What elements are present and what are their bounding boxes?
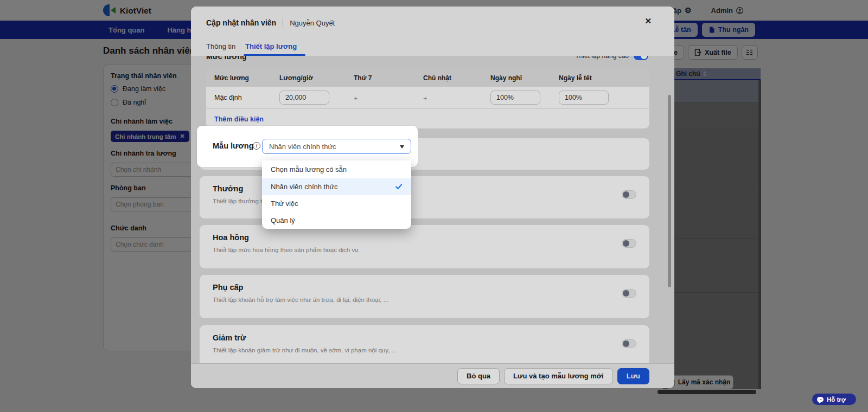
option-label: Quản lý <box>271 216 295 224</box>
template-selected-value: Nhân viên chính thức <box>269 143 336 151</box>
dropdown-option[interactable]: Quản lý <box>262 212 411 229</box>
dropdown-option[interactable]: Thử việc <box>262 195 411 212</box>
option-label: Nhân viên chính thức <box>271 183 338 191</box>
option-label: Thử việc <box>271 199 298 208</box>
template-label: Mẫu lương <box>213 141 254 150</box>
template-dropdown: Chọn mẫu lương có sẵn Nhân viên chính th… <box>262 160 411 229</box>
dropdown-option-selected[interactable]: Nhân viên chính thức <box>262 178 411 195</box>
info-icon[interactable]: i <box>253 142 260 150</box>
check-icon <box>395 183 403 190</box>
chevron-down-icon <box>400 145 404 149</box>
support-label: Hỗ trợ <box>827 396 846 403</box>
support-button[interactable]: Hỗ trợ <box>812 394 856 405</box>
dropdown-header-option[interactable]: Chọn mẫu lương có sẵn <box>262 160 411 178</box>
chat-icon <box>817 397 824 402</box>
screen: KiotViet Thiết lập ⚙ Admin Tổng quan Hàn… <box>0 0 868 412</box>
template-select[interactable]: Nhân viên chính thức <box>262 139 411 154</box>
